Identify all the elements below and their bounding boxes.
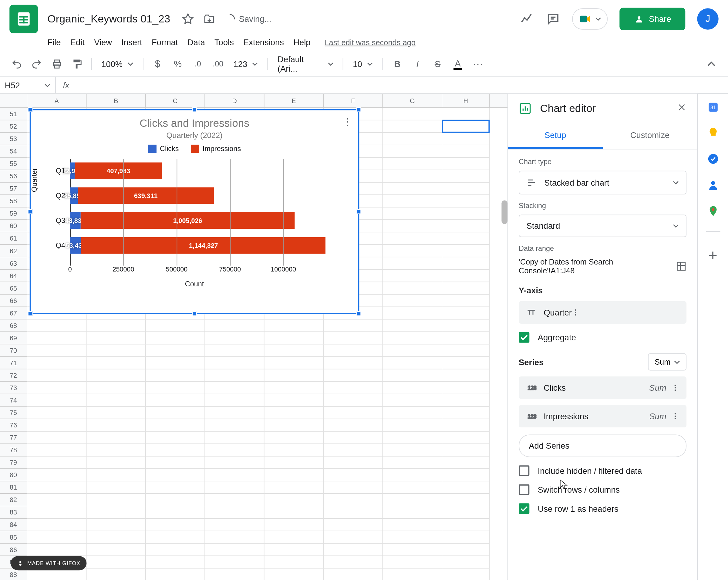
cell-B87[interactable] — [86, 556, 146, 569]
row-header-81[interactable]: 81 — [0, 481, 27, 494]
cell-C76[interactable] — [146, 419, 205, 432]
chart-type-select[interactable]: Stacked bar chart — [519, 171, 686, 194]
row-header-51[interactable]: 51 — [0, 108, 27, 121]
redo-button[interactable] — [27, 54, 46, 73]
cell-H62[interactable] — [442, 245, 490, 257]
row-header-64[interactable]: 64 — [0, 270, 27, 282]
cell-D81[interactable] — [205, 481, 264, 494]
cell-G55[interactable] — [383, 158, 442, 170]
cell-E85[interactable] — [264, 531, 324, 544]
row-header-72[interactable]: 72 — [0, 369, 27, 382]
cell-G66[interactable] — [383, 294, 442, 307]
cell-A71[interactable] — [27, 357, 86, 369]
column-header-B[interactable]: B — [86, 94, 146, 107]
cell-A83[interactable] — [27, 506, 86, 519]
cell-F87[interactable] — [324, 556, 383, 569]
cell-H57[interactable] — [442, 183, 490, 195]
cell-D82[interactable] — [205, 494, 264, 506]
cell-G56[interactable] — [383, 170, 442, 183]
cell-E77[interactable] — [264, 432, 324, 444]
row-header-56[interactable]: 56 — [0, 170, 27, 183]
cell-A69[interactable] — [27, 332, 86, 344]
row-header-70[interactable]: 70 — [0, 345, 27, 357]
cell-G53[interactable] — [383, 133, 442, 145]
percent-button[interactable]: % — [168, 54, 187, 73]
menu-insert[interactable]: Insert — [117, 35, 147, 49]
cell-F72[interactable] — [324, 369, 383, 382]
stacking-select[interactable]: Standard — [519, 214, 686, 237]
text-color-button[interactable]: A — [448, 54, 467, 73]
cell-E88[interactable] — [264, 569, 324, 580]
resize-handle-s[interactable] — [192, 311, 197, 316]
cell-E78[interactable] — [264, 444, 324, 456]
cell-F78[interactable] — [324, 444, 383, 456]
cell-G80[interactable] — [383, 469, 442, 481]
cell-G67[interactable] — [383, 307, 442, 319]
series-chip-clicks[interactable]: 123ClicksSum — [519, 376, 686, 399]
cell-E80[interactable] — [264, 469, 324, 481]
cell-H85[interactable] — [442, 531, 490, 544]
row-header-62[interactable]: 62 — [0, 245, 27, 257]
cell-G87[interactable] — [383, 556, 442, 569]
row-header-67[interactable]: 67 — [0, 307, 27, 319]
cell-G79[interactable] — [383, 456, 442, 469]
row-header-59[interactable]: 59 — [0, 208, 27, 220]
cell-E84[interactable] — [264, 519, 324, 531]
cell-E69[interactable] — [264, 332, 324, 344]
cell-F82[interactable] — [324, 494, 383, 506]
cell-C82[interactable] — [146, 494, 205, 506]
print-button[interactable] — [47, 54, 67, 73]
row-header-75[interactable]: 75 — [0, 407, 27, 419]
cell-B84[interactable] — [86, 519, 146, 531]
cell-G74[interactable] — [383, 394, 442, 407]
row-header-54[interactable]: 54 — [0, 145, 27, 158]
row-header-80[interactable]: 80 — [0, 469, 27, 481]
column-header-G[interactable]: G — [383, 94, 442, 107]
cell-F83[interactable] — [324, 506, 383, 519]
collapse-toolbar-button[interactable] — [702, 54, 721, 73]
cell-H58[interactable] — [442, 195, 490, 208]
cell-G72[interactable] — [383, 369, 442, 382]
cell-C73[interactable] — [146, 382, 205, 394]
menu-extensions[interactable]: Extensions — [238, 35, 288, 49]
cell-H51[interactable] — [442, 108, 490, 121]
cell-G85[interactable] — [383, 531, 442, 544]
cell-G76[interactable] — [383, 419, 442, 432]
cell-H54[interactable] — [442, 145, 490, 158]
cell-H75[interactable] — [442, 407, 490, 419]
sheet-area[interactable]: ABCDEFGH 5152535455565758596061626364656… — [0, 94, 508, 580]
doc-title[interactable]: Organic_Keywords 01_23 — [47, 13, 170, 25]
cell-C77[interactable] — [146, 432, 205, 444]
cell-A75[interactable] — [27, 407, 86, 419]
cell-H53[interactable] — [442, 133, 490, 145]
column-header-E[interactable]: E — [264, 94, 324, 107]
row-header-52[interactable]: 52 — [0, 121, 27, 133]
row-header-60[interactable]: 60 — [0, 220, 27, 232]
cell-H74[interactable] — [442, 394, 490, 407]
cell-C80[interactable] — [146, 469, 205, 481]
cell-F70[interactable] — [324, 345, 383, 357]
column-header-F[interactable]: F — [324, 94, 383, 107]
switch-rows-columns-checkbox[interactable]: Switch rows / columns — [519, 484, 686, 495]
cell-A82[interactable] — [27, 494, 86, 506]
cell-H87[interactable] — [442, 556, 490, 569]
row-header-69[interactable]: 69 — [0, 332, 27, 344]
cell-H88[interactable] — [442, 569, 490, 580]
cell-C78[interactable] — [146, 444, 205, 456]
tasks-app-icon[interactable] — [707, 153, 719, 165]
cell-D84[interactable] — [205, 519, 264, 531]
cell-D76[interactable] — [205, 419, 264, 432]
resize-handle-sw[interactable] — [28, 311, 33, 316]
cell-D86[interactable] — [205, 544, 264, 556]
move-to-folder-icon[interactable] — [204, 13, 215, 25]
cell-E82[interactable] — [264, 494, 324, 506]
row-header-78[interactable]: 78 — [0, 444, 27, 456]
cell-H60[interactable] — [442, 220, 490, 232]
select-all-corner[interactable] — [0, 94, 27, 107]
cell-F74[interactable] — [324, 394, 383, 407]
cell-B74[interactable] — [86, 394, 146, 407]
series-chip-impressions[interactable]: 123ImpressionsSum — [519, 405, 686, 427]
cell-G61[interactable] — [383, 232, 442, 245]
row-header-61[interactable]: 61 — [0, 232, 27, 245]
increase-decimal-button[interactable]: .00 — [209, 54, 228, 73]
